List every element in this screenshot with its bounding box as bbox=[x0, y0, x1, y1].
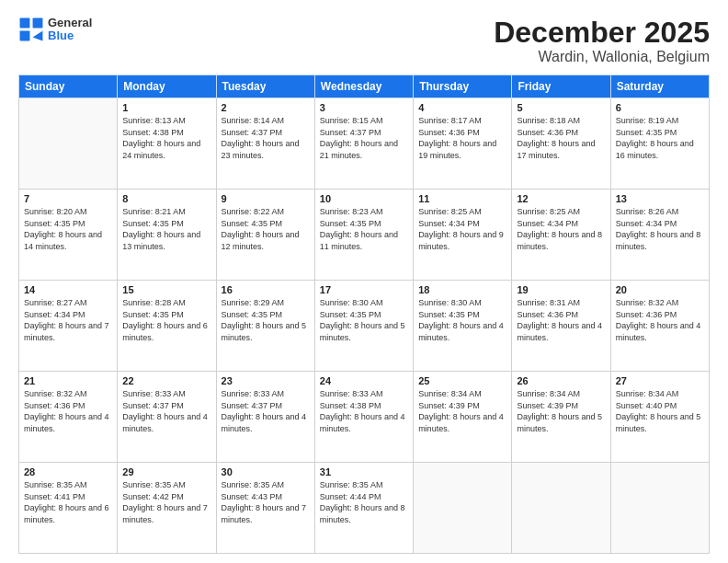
cell-info: Sunrise: 8:35 AMSunset: 4:43 PMDaylight:… bbox=[222, 479, 310, 525]
day-number: 4 bbox=[418, 102, 506, 113]
day-number: 16 bbox=[222, 284, 310, 295]
calendar-cell: 9Sunrise: 8:22 AMSunset: 4:35 PMDaylight… bbox=[216, 190, 314, 281]
cell-info: Sunrise: 8:35 AMSunset: 4:44 PMDaylight:… bbox=[320, 479, 408, 525]
cell-info: Sunrise: 8:22 AMSunset: 4:35 PMDaylight:… bbox=[222, 206, 310, 252]
day-number: 9 bbox=[222, 193, 310, 204]
calendar-cell: 3Sunrise: 8:15 AMSunset: 4:37 PMDaylight… bbox=[314, 98, 413, 190]
calendar-cell: 27Sunrise: 8:34 AMSunset: 4:40 PMDayligh… bbox=[610, 372, 709, 463]
day-number: 28 bbox=[24, 466, 112, 477]
calendar-cell: 15Sunrise: 8:28 AMSunset: 4:35 PMDayligh… bbox=[118, 281, 216, 372]
cell-info: Sunrise: 8:35 AMSunset: 4:42 PMDaylight:… bbox=[122, 479, 210, 525]
cell-info: Sunrise: 8:25 AMSunset: 4:34 PMDaylight:… bbox=[517, 206, 605, 252]
day-number: 31 bbox=[320, 466, 408, 477]
page-title: December 2025 bbox=[494, 17, 710, 49]
col-friday: Friday bbox=[512, 75, 610, 98]
calendar-cell bbox=[414, 463, 512, 554]
logo-general: General bbox=[48, 17, 92, 29]
calendar-cell: 20Sunrise: 8:32 AMSunset: 4:36 PMDayligh… bbox=[610, 281, 709, 372]
calendar-cell: 31Sunrise: 8:35 AMSunset: 4:44 PMDayligh… bbox=[314, 463, 413, 554]
svg-rect-2 bbox=[20, 31, 30, 41]
cell-info: Sunrise: 8:15 AMSunset: 4:37 PMDaylight:… bbox=[320, 115, 408, 161]
day-number: 10 bbox=[320, 193, 408, 204]
col-tuesday: Tuesday bbox=[216, 75, 314, 98]
day-number: 29 bbox=[122, 466, 210, 477]
cell-info: Sunrise: 8:34 AMSunset: 4:39 PMDaylight:… bbox=[418, 388, 506, 434]
calendar-week-0: 1Sunrise: 8:13 AMSunset: 4:38 PMDaylight… bbox=[19, 98, 710, 190]
cell-info: Sunrise: 8:30 AMSunset: 4:35 PMDaylight:… bbox=[320, 297, 408, 343]
logo-icon bbox=[18, 17, 44, 42]
svg-marker-3 bbox=[33, 31, 43, 41]
cell-info: Sunrise: 8:28 AMSunset: 4:35 PMDaylight:… bbox=[122, 297, 210, 343]
calendar-cell: 8Sunrise: 8:21 AMSunset: 4:35 PMDaylight… bbox=[118, 190, 216, 281]
calendar-cell: 12Sunrise: 8:25 AMSunset: 4:34 PMDayligh… bbox=[512, 190, 610, 281]
calendar-week-4: 28Sunrise: 8:35 AMSunset: 4:41 PMDayligh… bbox=[19, 463, 710, 554]
svg-rect-0 bbox=[20, 18, 30, 29]
cell-info: Sunrise: 8:29 AMSunset: 4:35 PMDaylight:… bbox=[222, 297, 310, 343]
calendar-week-1: 7Sunrise: 8:20 AMSunset: 4:35 PMDaylight… bbox=[19, 190, 710, 281]
day-number: 15 bbox=[122, 284, 210, 295]
calendar-cell: 5Sunrise: 8:18 AMSunset: 4:36 PMDaylight… bbox=[512, 98, 610, 190]
day-number: 20 bbox=[616, 284, 704, 295]
calendar-cell: 14Sunrise: 8:27 AMSunset: 4:34 PMDayligh… bbox=[19, 281, 118, 372]
cell-info: Sunrise: 8:30 AMSunset: 4:35 PMDaylight:… bbox=[418, 297, 506, 343]
day-number: 30 bbox=[222, 466, 310, 477]
calendar-cell: 18Sunrise: 8:30 AMSunset: 4:35 PMDayligh… bbox=[414, 281, 512, 372]
col-wednesday: Wednesday bbox=[314, 75, 413, 98]
cell-info: Sunrise: 8:14 AMSunset: 4:37 PMDaylight:… bbox=[222, 115, 310, 161]
header: General Blue December 2025 Wardin, Wallo… bbox=[18, 17, 710, 65]
calendar-cell: 24Sunrise: 8:33 AMSunset: 4:38 PMDayligh… bbox=[314, 372, 413, 463]
cell-info: Sunrise: 8:18 AMSunset: 4:36 PMDaylight:… bbox=[517, 115, 605, 161]
cell-info: Sunrise: 8:25 AMSunset: 4:34 PMDaylight:… bbox=[418, 206, 506, 252]
day-number: 8 bbox=[122, 193, 210, 204]
calendar-cell: 23Sunrise: 8:33 AMSunset: 4:37 PMDayligh… bbox=[216, 372, 314, 463]
day-number: 2 bbox=[222, 102, 310, 113]
calendar-week-2: 14Sunrise: 8:27 AMSunset: 4:34 PMDayligh… bbox=[19, 281, 710, 372]
cell-info: Sunrise: 8:27 AMSunset: 4:34 PMDaylight:… bbox=[24, 297, 112, 343]
day-number: 27 bbox=[616, 375, 704, 386]
calendar-cell: 26Sunrise: 8:34 AMSunset: 4:39 PMDayligh… bbox=[512, 372, 610, 463]
logo: General Blue bbox=[18, 17, 92, 43]
calendar-table: Sunday Monday Tuesday Wednesday Thursday… bbox=[18, 75, 710, 554]
day-number: 14 bbox=[24, 284, 112, 295]
day-number: 7 bbox=[24, 193, 112, 204]
day-number: 12 bbox=[517, 193, 605, 204]
calendar-cell: 29Sunrise: 8:35 AMSunset: 4:42 PMDayligh… bbox=[118, 463, 216, 554]
calendar-cell: 13Sunrise: 8:26 AMSunset: 4:34 PMDayligh… bbox=[610, 190, 709, 281]
day-number: 26 bbox=[517, 375, 605, 386]
calendar-cell: 17Sunrise: 8:30 AMSunset: 4:35 PMDayligh… bbox=[314, 281, 413, 372]
cell-info: Sunrise: 8:34 AMSunset: 4:40 PMDaylight:… bbox=[616, 388, 704, 434]
cell-info: Sunrise: 8:13 AMSunset: 4:38 PMDaylight:… bbox=[122, 115, 210, 161]
day-number: 19 bbox=[517, 284, 605, 295]
day-number: 5 bbox=[517, 102, 605, 113]
day-number: 21 bbox=[24, 375, 112, 386]
cell-info: Sunrise: 8:33 AMSunset: 4:37 PMDaylight:… bbox=[222, 388, 310, 434]
cell-info: Sunrise: 8:23 AMSunset: 4:35 PMDaylight:… bbox=[320, 206, 408, 252]
calendar-cell: 6Sunrise: 8:19 AMSunset: 4:35 PMDaylight… bbox=[610, 98, 709, 190]
cell-info: Sunrise: 8:31 AMSunset: 4:36 PMDaylight:… bbox=[517, 297, 605, 343]
cell-info: Sunrise: 8:32 AMSunset: 4:36 PMDaylight:… bbox=[24, 388, 112, 434]
day-number: 25 bbox=[418, 375, 506, 386]
calendar-cell: 28Sunrise: 8:35 AMSunset: 4:41 PMDayligh… bbox=[19, 463, 118, 554]
calendar-cell: 22Sunrise: 8:33 AMSunset: 4:37 PMDayligh… bbox=[118, 372, 216, 463]
day-number: 22 bbox=[122, 375, 210, 386]
calendar-cell bbox=[19, 98, 118, 190]
title-block: December 2025 Wardin, Wallonia, Belgium bbox=[494, 17, 710, 65]
calendar-cell: 30Sunrise: 8:35 AMSunset: 4:43 PMDayligh… bbox=[216, 463, 314, 554]
day-number: 23 bbox=[222, 375, 310, 386]
calendar-cell: 7Sunrise: 8:20 AMSunset: 4:35 PMDaylight… bbox=[19, 190, 118, 281]
cell-info: Sunrise: 8:32 AMSunset: 4:36 PMDaylight:… bbox=[616, 297, 704, 343]
col-sunday: Sunday bbox=[19, 75, 118, 98]
day-number: 11 bbox=[418, 193, 506, 204]
page-subtitle: Wardin, Wallonia, Belgium bbox=[494, 49, 710, 65]
col-thursday: Thursday bbox=[414, 75, 512, 98]
day-number: 13 bbox=[616, 193, 704, 204]
calendar-header-row: Sunday Monday Tuesday Wednesday Thursday… bbox=[19, 75, 710, 98]
calendar-cell: 11Sunrise: 8:25 AMSunset: 4:34 PMDayligh… bbox=[414, 190, 512, 281]
svg-rect-1 bbox=[33, 18, 43, 29]
cell-info: Sunrise: 8:35 AMSunset: 4:41 PMDaylight:… bbox=[24, 479, 112, 525]
cell-info: Sunrise: 8:34 AMSunset: 4:39 PMDaylight:… bbox=[517, 388, 605, 434]
cell-info: Sunrise: 8:17 AMSunset: 4:36 PMDaylight:… bbox=[418, 115, 506, 161]
cell-info: Sunrise: 8:33 AMSunset: 4:37 PMDaylight:… bbox=[122, 388, 210, 434]
col-saturday: Saturday bbox=[610, 75, 709, 98]
cell-info: Sunrise: 8:33 AMSunset: 4:38 PMDaylight:… bbox=[320, 388, 408, 434]
